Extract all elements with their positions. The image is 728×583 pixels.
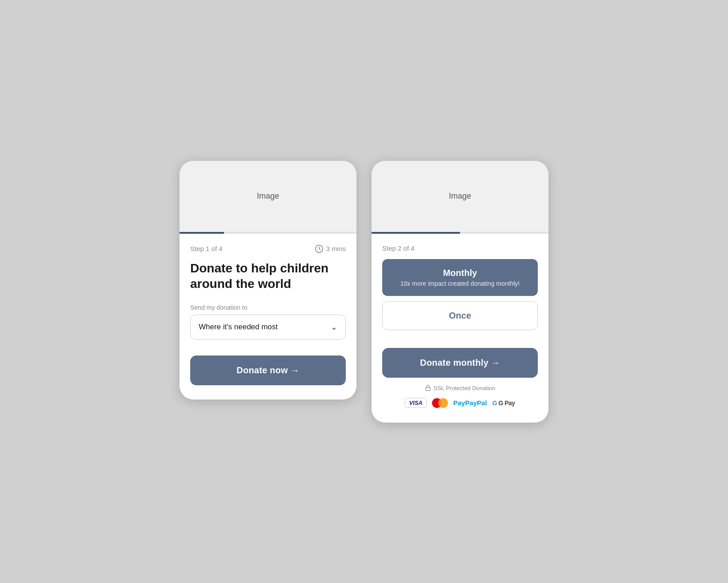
ssl-text: SSL Protected Donation xyxy=(434,385,496,391)
mastercard-logo xyxy=(432,398,448,408)
send-label: Send my donation to xyxy=(190,304,346,311)
progress-bar-fill-1 xyxy=(180,232,224,234)
ssl-row: SSL Protected Donation xyxy=(382,385,538,391)
screen-2: Image Step 2 of 4 Monthly 10x more impac… xyxy=(371,160,549,423)
monthly-option[interactable]: Monthly 10x more impact created donating… xyxy=(382,259,538,296)
visa-logo: VISA xyxy=(405,398,426,408)
gpay-logo: G G Pay xyxy=(492,399,515,407)
clock-icon xyxy=(315,244,324,253)
image-placeholder-1: Image xyxy=(180,161,356,232)
main-title-1: Donate to help children around the world xyxy=(190,260,346,292)
image-placeholder-2: Image xyxy=(372,161,548,232)
time-indicator: 3 mins xyxy=(315,244,346,253)
paypal-logo: PayPayPal xyxy=(453,399,487,407)
once-option[interactable]: Once xyxy=(382,301,538,330)
step-row-2: Step 2 of 4 xyxy=(382,244,538,252)
lock-icon xyxy=(425,385,431,391)
donate-monthly-button[interactable]: Donate monthly → xyxy=(382,348,538,378)
screens-container: Image Step 1 of 4 3 mins Donate to help … xyxy=(179,160,549,423)
progress-bar-2 xyxy=(372,232,548,234)
progress-bar-fill-2 xyxy=(372,232,460,234)
chevron-down-icon: ⌄ xyxy=(331,322,337,332)
bottom-section: Donate monthly → SSL Protected Donation … xyxy=(382,348,538,408)
monthly-option-title: Monthly xyxy=(391,268,529,278)
card-body-2: Step 2 of 4 Monthly 10x more impact crea… xyxy=(372,234,548,423)
dropdown-value: Where it's needed most xyxy=(199,323,278,331)
step-text-2: Step 2 of 4 xyxy=(382,244,415,252)
screen-1: Image Step 1 of 4 3 mins Donate to help … xyxy=(179,160,357,400)
donate-now-button[interactable]: Donate now → xyxy=(190,355,346,385)
step-text-1: Step 1 of 4 xyxy=(190,245,223,252)
destination-dropdown[interactable]: Where it's needed most ⌄ xyxy=(190,315,346,339)
svg-rect-1 xyxy=(425,387,430,390)
card-body-1: Step 1 of 4 3 mins Donate to help childr… xyxy=(180,234,356,399)
image-label-2: Image xyxy=(449,192,471,201)
once-option-text: Once xyxy=(449,311,471,320)
progress-bar-1 xyxy=(180,232,356,234)
time-text: 3 mins xyxy=(326,245,346,252)
image-label-1: Image xyxy=(257,192,279,201)
step-row-1: Step 1 of 4 3 mins xyxy=(190,244,346,253)
payment-logos: VISA PayPayPal G G Pay xyxy=(382,398,538,408)
monthly-option-subtitle: 10x more impact created donating monthly… xyxy=(391,280,529,287)
